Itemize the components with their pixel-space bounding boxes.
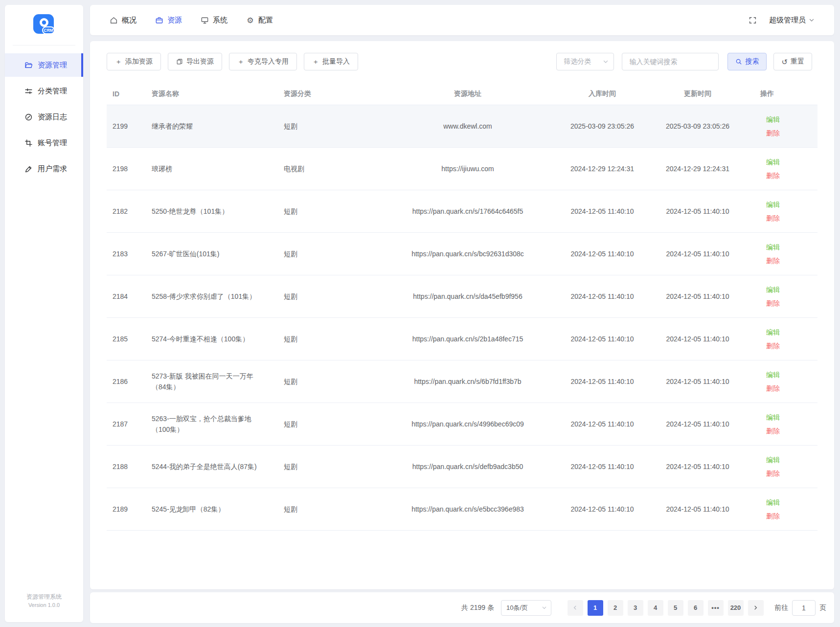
cell-id: 2183	[107, 232, 146, 275]
edit-link[interactable]: 编辑	[766, 453, 812, 467]
crop-icon	[24, 139, 33, 147]
tab-config[interactable]: ⚙ 配置	[246, 16, 273, 25]
edit-link[interactable]: 编辑	[766, 198, 812, 211]
goto-page-input[interactable]	[792, 600, 816, 616]
log-compass-icon	[24, 113, 33, 121]
cell-id: 2198	[107, 147, 146, 190]
add-resource-button[interactable]: ＋ 添加资源	[107, 53, 161, 70]
delete-link[interactable]: 删除	[766, 339, 812, 353]
chevron-right-icon	[753, 605, 758, 610]
table-row: 2186 5273-新版 我被困在同一天一万年（84集） 短剧 https://…	[107, 360, 817, 403]
cell-id: 2189	[107, 488, 146, 530]
page-button-3[interactable]: 3	[628, 600, 643, 616]
prev-page-button[interactable]	[568, 600, 583, 616]
user-name: 超级管理员	[769, 16, 806, 25]
delete-link[interactable]: 删除	[766, 381, 812, 395]
col-header-updated: 更新时间	[649, 83, 747, 105]
table-row: 2185 5274-今时重逢不相逢（100集） 短剧 https://pan.q…	[107, 317, 817, 360]
reset-button[interactable]: ↺ 重置	[773, 53, 812, 70]
cell-name: 5245-见龙卸甲（82集）	[146, 488, 278, 530]
refresh-icon: ↺	[781, 58, 788, 66]
user-menu[interactable]: 超级管理员	[769, 16, 815, 25]
sidebar-item-category-management[interactable]: 分类管理	[5, 79, 83, 103]
col-header-ops: 操作	[747, 83, 817, 105]
delete-link[interactable]: 删除	[766, 126, 812, 140]
cell-id: 2199	[107, 105, 146, 147]
delete-link[interactable]: 删除	[766, 211, 812, 225]
cell-updated: 2024-12-05 11:40:10	[649, 232, 747, 275]
cell-updated: 2024-12-05 11:40:10	[649, 190, 747, 232]
sidebar-item-resource-log[interactable]: 资源日志	[5, 105, 83, 129]
edit-link[interactable]: 编辑	[766, 495, 812, 509]
sidebar-item-account-management[interactable]: 账号管理	[5, 131, 83, 155]
page-button-6[interactable]: 6	[688, 600, 704, 616]
fullscreen-icon[interactable]	[748, 15, 757, 25]
delete-link[interactable]: 删除	[766, 509, 812, 523]
app-name: 资源管理系统	[5, 593, 83, 601]
more-pages-button[interactable]: •••	[708, 600, 724, 616]
cell-name: 5244-我的弟子全是绝世高人(87集)	[146, 445, 278, 488]
cell-url: https://pan.quark.cn/s/e5bcc396e983	[380, 488, 556, 530]
edit-link[interactable]: 编辑	[766, 155, 812, 169]
chevron-down-icon	[542, 605, 547, 610]
page-button-2[interactable]: 2	[608, 600, 623, 616]
delete-link[interactable]: 删除	[766, 467, 812, 480]
batch-import-button[interactable]: ＋ 批量导入	[304, 53, 358, 70]
delete-link[interactable]: 删除	[766, 169, 812, 182]
cell-ops: 编辑删除	[747, 403, 817, 445]
page-button-last[interactable]: 220	[728, 600, 744, 616]
cell-url: https://pan.quark.cn/s/da45efb9f956	[380, 275, 556, 317]
export-resource-button[interactable]: 导出资源	[168, 53, 222, 70]
cell-ops: 编辑删除	[747, 147, 817, 190]
delete-link[interactable]: 删除	[766, 424, 812, 438]
sidebar-item-label: 资源日志	[38, 112, 67, 122]
delete-link[interactable]: 删除	[766, 254, 812, 268]
quark-import-button[interactable]: ＋ 夸克导入专用	[229, 53, 297, 70]
cell-url: https://pan.quark.cn/s/6b7fd1ff3b7b	[380, 360, 556, 403]
cell-id: 2186	[107, 360, 146, 403]
edit-link[interactable]: 编辑	[766, 325, 812, 339]
filter-group: 筛选分类 搜索 ↺ 重置	[556, 53, 812, 70]
tab-label: 资源	[167, 16, 182, 25]
monitor-icon	[201, 16, 209, 24]
page-button-1[interactable]: 1	[588, 600, 603, 616]
cell-url: https://pan.quark.cn/s/4996bec69c09	[380, 403, 556, 445]
cell-name: 5258-傅少求求你别虐了（101集）	[146, 275, 278, 317]
cell-category: 短剧	[278, 403, 380, 445]
plus-icon: ＋	[312, 58, 319, 65]
cell-category: 短剧	[278, 317, 380, 360]
pagination-bar: 共 2199 条 10条/页 1 2 3 4 5 6 ••• 220 前往 页	[90, 592, 834, 623]
button-label: 批量导入	[322, 57, 350, 66]
cell-created: 2024-12-05 11:40:10	[556, 445, 649, 488]
delete-link[interactable]: 删除	[766, 296, 812, 310]
cell-category: 短剧	[278, 488, 380, 530]
edit-link[interactable]: 编辑	[766, 368, 812, 381]
tab-system[interactable]: 系统	[201, 16, 227, 25]
page-button-5[interactable]: 5	[668, 600, 683, 616]
cell-updated: 2024-12-29 12:24:31	[649, 147, 747, 190]
keyword-search-input[interactable]	[622, 53, 719, 70]
home-icon	[110, 16, 118, 24]
edit-link[interactable]: 编辑	[766, 410, 812, 424]
tab-resources[interactable]: 资源	[155, 16, 182, 25]
tab-overview[interactable]: 概况	[110, 16, 136, 25]
chevron-down-icon	[809, 17, 815, 23]
cell-id: 2187	[107, 403, 146, 445]
edit-link[interactable]: 编辑	[766, 112, 812, 126]
edit-link[interactable]: 编辑	[766, 240, 812, 254]
crm-logo-icon: CRM	[32, 13, 56, 37]
search-button[interactable]: 搜索	[727, 53, 767, 70]
sidebar-item-user-requests[interactable]: 用户需求	[5, 157, 83, 180]
sidebar-item-resource-management[interactable]: 资源管理	[5, 53, 83, 77]
table-row: 2199 继承者的荣耀 短剧 www.dkewl.com 2025-03-09 …	[107, 105, 817, 147]
plus-icon: ＋	[237, 58, 244, 65]
category-filter-select[interactable]: 筛选分类	[556, 53, 614, 70]
next-page-button[interactable]	[748, 600, 764, 616]
page-size-select[interactable]: 10条/页	[501, 600, 551, 616]
page-button-4[interactable]: 4	[648, 600, 663, 616]
edit-link[interactable]: 编辑	[766, 283, 812, 296]
sidebar-footer: 资源管理系统 Version 1.0.0	[5, 593, 83, 622]
tab-label: 概况	[122, 16, 136, 25]
sidebar-menu: 资源管理 分类管理 资源日志 账号管理 用户需求	[5, 53, 83, 183]
cell-created: 2025-03-09 23:05:26	[556, 105, 649, 147]
